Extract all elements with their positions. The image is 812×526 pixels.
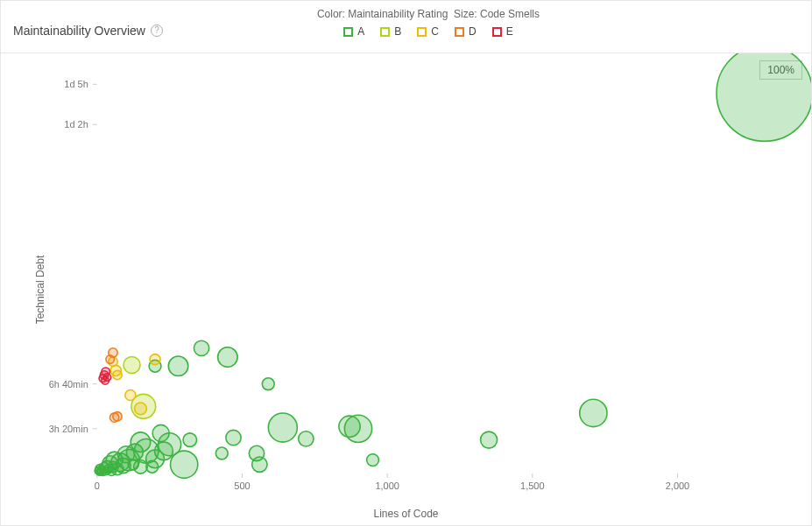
legend-item-c[interactable]: C bbox=[417, 25, 439, 38]
bubble-point[interactable] bbox=[481, 431, 498, 448]
svg-text:500: 500 bbox=[234, 480, 250, 491]
legend-size-desc: Size: Code Smells bbox=[454, 8, 540, 20]
bubble-point[interactable] bbox=[183, 433, 197, 447]
legend-label: D bbox=[469, 25, 477, 38]
svg-text:1,500: 1,500 bbox=[520, 480, 544, 491]
legend-label: A bbox=[357, 25, 364, 38]
bubble-point[interactable] bbox=[268, 413, 297, 442]
legend-item-e[interactable]: E bbox=[492, 25, 513, 38]
swatch-icon bbox=[455, 27, 464, 37]
swatch-icon bbox=[417, 27, 427, 37]
legend-label: E bbox=[506, 25, 513, 38]
bubble-point[interactable] bbox=[106, 355, 114, 363]
svg-text:1,000: 1,000 bbox=[375, 480, 399, 491]
legend-items: ABCDE bbox=[317, 25, 540, 38]
bubble-point[interactable] bbox=[299, 431, 314, 446]
bubble-point[interactable] bbox=[194, 340, 208, 355]
page-title: Maintainability Overview bbox=[13, 24, 145, 38]
swatch-icon bbox=[380, 27, 390, 37]
bubble-point[interactable] bbox=[215, 447, 228, 459]
svg-text:3h 20min: 3h 20min bbox=[49, 424, 88, 434]
bubble-point[interactable] bbox=[717, 53, 811, 141]
svg-text:6h 40min: 6h 40min bbox=[49, 379, 88, 389]
legend-item-d[interactable]: D bbox=[455, 25, 477, 38]
bubble-point[interactable] bbox=[580, 399, 607, 426]
legend-description: Color: Maintainability Rating Size: Code… bbox=[317, 8, 540, 20]
legend-item-a[interactable]: A bbox=[343, 25, 364, 38]
bubble-point[interactable] bbox=[125, 389, 136, 400]
swatch-icon bbox=[492, 27, 502, 37]
bubble-point[interactable] bbox=[226, 430, 241, 445]
bubble-chart[interactable]: 05001,0001,5002,0003h 20min6h 40min1d 2h… bbox=[1, 53, 811, 526]
bubble-point[interactable] bbox=[109, 413, 118, 422]
bubble-point[interactable] bbox=[103, 374, 111, 382]
title-wrap: Maintainability Overview ? bbox=[13, 8, 163, 38]
bubble-point[interactable] bbox=[152, 424, 169, 441]
legend-item-b[interactable]: B bbox=[380, 25, 401, 38]
bubble-point[interactable] bbox=[262, 378, 274, 390]
bubble-point[interactable] bbox=[249, 445, 264, 460]
bubble-point[interactable] bbox=[96, 469, 102, 475]
plot-area: 100% Technical Debt Lines of Code 05001,… bbox=[1, 53, 811, 525]
bubble-point[interactable] bbox=[150, 354, 160, 365]
bubble-point[interactable] bbox=[339, 416, 360, 437]
svg-text:0: 0 bbox=[95, 480, 100, 491]
bubble-point[interactable] bbox=[135, 403, 147, 415]
bubble-point[interactable] bbox=[113, 370, 122, 379]
svg-text:1d 2h: 1d 2h bbox=[64, 119, 88, 130]
chart-legend: Color: Maintainability Rating Size: Code… bbox=[317, 8, 540, 38]
bubble-point[interactable] bbox=[168, 356, 188, 376]
svg-text:2,000: 2,000 bbox=[666, 480, 689, 491]
bubble-point[interactable] bbox=[367, 454, 379, 466]
bubble-point[interactable] bbox=[146, 460, 159, 473]
bubble-point[interactable] bbox=[218, 347, 238, 368]
bubble-point[interactable] bbox=[124, 356, 140, 373]
svg-text:1d 5h: 1d 5h bbox=[64, 79, 88, 89]
swatch-icon bbox=[343, 27, 353, 37]
bubble-point[interactable] bbox=[128, 459, 138, 470]
panel-header: Maintainability Overview ? Color: Mainta… bbox=[1, 1, 811, 53]
legend-label: B bbox=[394, 25, 401, 38]
legend-label: C bbox=[431, 25, 439, 38]
maintainability-panel: Maintainability Overview ? Color: Mainta… bbox=[0, 0, 812, 526]
legend-color-desc: Color: Maintainability Rating bbox=[317, 8, 448, 20]
help-icon[interactable]: ? bbox=[151, 25, 163, 37]
